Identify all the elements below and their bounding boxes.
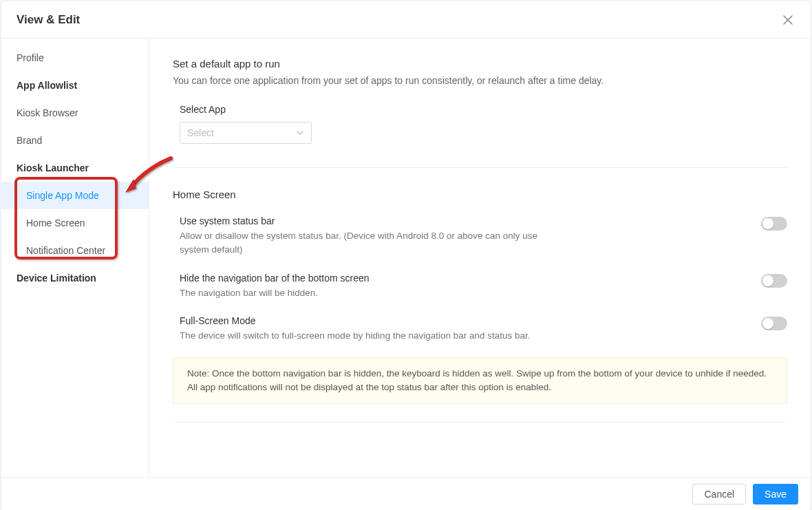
setting-text: Use system status bar Allow or disallow … xyxy=(180,215,551,257)
divider xyxy=(173,167,787,168)
modal-header: View & Edit xyxy=(1,1,811,39)
modal-title: View & Edit xyxy=(17,13,80,27)
setting-help-status-bar: Allow or disallow the system status bar.… xyxy=(180,229,551,257)
sidebar-item-notification-center[interactable]: Notification Center xyxy=(1,237,149,264)
setting-help-hide-nav: The navigation bar will be hidden. xyxy=(180,286,370,300)
setting-text: Full-Screen Mode The device will switch … xyxy=(180,315,531,343)
note-box: Note: Once the bottom navigation bar is … xyxy=(173,358,787,404)
sidebar-item-brand[interactable]: Brand xyxy=(1,127,149,154)
modal-view-edit: View & Edit Profile App Allowlist Kiosk … xyxy=(1,1,811,510)
setting-status-bar: Use system status bar Allow or disallow … xyxy=(173,215,787,257)
setting-help-full-screen: The device will switch to full-screen mo… xyxy=(180,329,531,343)
toggle-hide-nav[interactable] xyxy=(761,274,787,288)
modal-body: Profile App Allowlist Kiosk Browser Bran… xyxy=(1,39,811,477)
sidebar-item-device-limitation[interactable]: Device Limitation xyxy=(1,264,149,292)
modal-footer: Cancel Save xyxy=(1,477,811,510)
chevron-down-icon xyxy=(296,129,304,137)
section-home-title: Home Screen xyxy=(173,189,787,200)
setting-label-full-screen: Full-Screen Mode xyxy=(180,315,531,326)
toggle-status-bar[interactable] xyxy=(761,217,787,231)
select-app-placeholder: Select xyxy=(187,127,214,138)
sidebar-item-kiosk-launcher[interactable]: Kiosk Launcher xyxy=(1,154,149,182)
select-app-label: Select App xyxy=(180,104,787,115)
divider xyxy=(173,422,787,423)
setting-hide-nav: Hide the navigation bar of the bottom sc… xyxy=(173,273,787,300)
sidebar: Profile App Allowlist Kiosk Browser Bran… xyxy=(1,39,149,477)
sidebar-item-app-allowlist[interactable]: App Allowlist xyxy=(1,72,149,99)
save-button-label: Save xyxy=(765,489,787,500)
setting-label-hide-nav: Hide the navigation bar of the bottom sc… xyxy=(180,273,370,284)
select-app-dropdown[interactable]: Select xyxy=(180,122,312,144)
setting-label-status-bar: Use system status bar xyxy=(180,215,551,226)
save-button[interactable]: Save xyxy=(753,484,798,504)
cancel-button-label: Cancel xyxy=(704,489,734,500)
content-pane: Set a default app to run You can force o… xyxy=(149,39,811,477)
toggle-full-screen[interactable] xyxy=(761,317,787,330)
sidebar-item-single-app-mode[interactable]: Single App Mode xyxy=(1,182,149,209)
close-button[interactable] xyxy=(780,12,795,28)
cancel-button[interactable]: Cancel xyxy=(692,484,746,504)
setting-full-screen: Full-Screen Mode The device will switch … xyxy=(173,315,787,343)
sidebar-item-home-screen[interactable]: Home Screen xyxy=(1,209,149,237)
section-default-app-title: Set a default app to run xyxy=(173,58,787,70)
sidebar-item-kiosk-browser[interactable]: Kiosk Browser xyxy=(1,99,149,127)
sidebar-item-profile[interactable]: Profile xyxy=(1,44,149,72)
close-icon xyxy=(783,15,793,25)
section-default-app-desc: You can force one application from your … xyxy=(173,75,787,86)
setting-text: Hide the navigation bar of the bottom sc… xyxy=(180,273,370,300)
